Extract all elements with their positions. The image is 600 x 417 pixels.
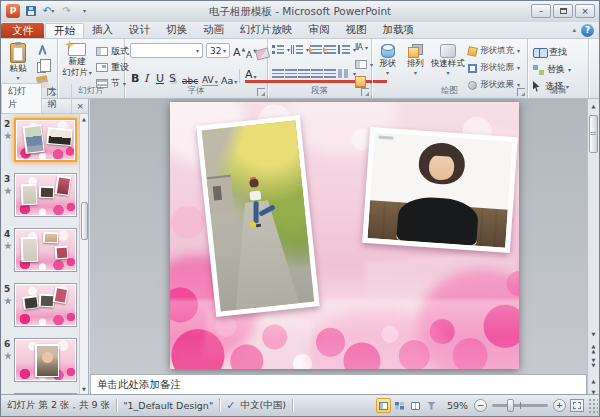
tab-insert[interactable]: 插入 (84, 22, 121, 38)
tab-slideshow[interactable]: 幻灯片放映 (232, 22, 301, 38)
slide-thumbnail-5[interactable]: 5 (1, 282, 79, 332)
tab-addins[interactable]: 加载项 (375, 22, 423, 38)
line-spacing-button[interactable]: ▾ (338, 45, 356, 54)
save-button[interactable] (23, 4, 38, 18)
arrange-button[interactable]: 排列▾ (402, 44, 429, 76)
paste-button[interactable]: 粘贴 ▾ (5, 43, 31, 81)
tab-review[interactable]: 审阅 (301, 22, 338, 38)
tab-design[interactable]: 设计 (121, 22, 158, 38)
slide-sorter-button[interactable] (392, 398, 407, 413)
slide-thumbnail-6[interactable]: 6 (1, 337, 79, 387)
tab-transitions[interactable]: 切换 (158, 22, 195, 38)
group-label-paragraph: 段落 (268, 85, 371, 97)
align-left-button[interactable] (272, 69, 284, 78)
zoom-slider-thumb[interactable] (507, 399, 514, 412)
distribute-button[interactable] (324, 69, 336, 78)
tab-home[interactable]: 开始 (45, 23, 84, 38)
language-indicator[interactable]: 中文(中国) (240, 399, 285, 412)
slideshow-button[interactable] (424, 398, 439, 413)
scroll-up-icon[interactable]: ▲ (589, 101, 598, 112)
animation-star-icon[interactable] (4, 352, 12, 360)
animation-star-icon[interactable] (4, 242, 12, 250)
dialog-launcher-icon[interactable] (257, 88, 265, 96)
reading-view-button[interactable] (408, 398, 423, 413)
help-button[interactable]: ? (581, 24, 594, 37)
tab-slides-thumbnails[interactable]: 幻灯片 (1, 83, 42, 113)
slide-thumbnail-4[interactable]: 4 (1, 227, 79, 277)
photo-right[interactable] (362, 127, 518, 253)
zoom-in-button[interactable]: + (553, 399, 566, 412)
character-spacing-button[interactable]: AV▾ (202, 71, 218, 86)
zoom-out-button[interactable]: − (474, 399, 487, 412)
normal-view-button[interactable] (376, 398, 391, 413)
undo-button[interactable]: ↶▾ (41, 4, 56, 18)
scroll-down-icon[interactable]: ▼ (589, 329, 598, 340)
copy-icon[interactable] (37, 62, 46, 73)
animation-star-icon[interactable] (4, 297, 12, 305)
group-font: ▾ 32▾ A▲ A▼ B I U S abc AV▾ Aa▾ A▾ 字体 (125, 39, 268, 98)
slide-thumbnail-2[interactable]: 2 (1, 117, 79, 167)
notes-area[interactable]: 单击此处添加备注 (90, 374, 587, 395)
photo-left[interactable] (196, 115, 319, 317)
tab-outline[interactable]: 大纲 (42, 84, 73, 113)
shapes-button[interactable]: 形状▾ (374, 44, 401, 76)
quick-styles-button[interactable]: 快速样式▾ (430, 44, 466, 76)
numbering-button[interactable]: ▾ (291, 45, 309, 54)
notes-scroll-up-icon[interactable]: ▲ (589, 376, 598, 387)
slide-canvas[interactable] (170, 102, 519, 369)
tab-animations[interactable]: 动画 (195, 22, 232, 38)
collapse-ribbon-icon[interactable]: ▴ (572, 26, 576, 34)
shape-outline-button[interactable]: 形状轮廓▾ (468, 62, 520, 74)
align-center-button[interactable] (285, 69, 297, 78)
justify-button[interactable] (311, 69, 323, 78)
decrease-indent-button[interactable] (310, 45, 322, 54)
animation-star-icon[interactable] (4, 132, 12, 140)
slide-thumbnail-3[interactable]: 3 (1, 172, 79, 222)
align-right-button[interactable] (298, 69, 310, 78)
cut-icon[interactable] (37, 45, 48, 57)
strikethrough-button[interactable]: abc (182, 71, 198, 86)
italic-button[interactable]: I (144, 69, 148, 84)
shapes-icon (381, 44, 395, 58)
scroll-up-icon[interactable]: ▲ (80, 114, 88, 124)
panel-scrollbar-thumb[interactable] (81, 202, 88, 240)
columns-button[interactable]: ▾ (338, 69, 356, 78)
new-slide-button[interactable]: 新建 幻灯片▾ (61, 43, 93, 78)
minimize-button[interactable]: – (531, 4, 551, 18)
scrollbar-thumb[interactable] (589, 115, 598, 153)
text-direction-button[interactable]: llA▾ (355, 43, 368, 52)
close-pane-icon[interactable]: × (72, 101, 88, 113)
previous-slide-button[interactable]: ▲▲ (589, 343, 598, 354)
fit-to-window-button[interactable] (570, 399, 584, 412)
font-size-combo[interactable]: 32▾ (206, 43, 230, 58)
scroll-down-icon[interactable]: ▼ (80, 384, 88, 394)
font-name-combo[interactable]: ▾ (130, 43, 203, 58)
spellcheck-icon[interactable]: ✓ (226, 399, 235, 412)
redo-button[interactable]: ↷ (59, 4, 74, 18)
text-shadow-button[interactable]: S (169, 69, 176, 84)
app-icon[interactable]: P (6, 4, 20, 18)
slide-sorter-icon (395, 402, 404, 410)
resize-grip[interactable] (588, 398, 598, 414)
increase-indent-button[interactable] (324, 45, 336, 54)
vertical-scrollbar[interactable]: ▲ ▼ ▲▲ ▼▼ ▲ ▼ (587, 99, 599, 394)
close-button[interactable]: × (575, 4, 595, 18)
bullets-button[interactable]: ▾ (272, 45, 290, 54)
maximize-button[interactable] (553, 4, 573, 18)
shape-fill-button[interactable]: 形状填充▾ (468, 45, 520, 57)
find-button[interactable]: 查找 (533, 46, 567, 59)
next-slide-button[interactable]: ▼▼ (589, 357, 598, 368)
animation-star-icon[interactable] (4, 187, 12, 195)
bold-button[interactable]: B (131, 69, 139, 84)
zoom-slider[interactable] (492, 404, 548, 407)
replace-button[interactable]: 替换▾ (533, 63, 571, 76)
tab-view[interactable]: 视图 (338, 22, 375, 38)
change-case-button[interactable]: Aa▾ (221, 70, 237, 85)
align-text-button[interactable]: ▾ (355, 60, 373, 69)
dialog-launcher-icon[interactable] (361, 88, 369, 96)
tab-file[interactable]: 文件 (1, 23, 44, 38)
grow-font-button[interactable]: A▲ (233, 43, 245, 58)
dialog-launcher-icon[interactable] (517, 88, 525, 96)
underline-button[interactable]: U (156, 69, 164, 84)
panel-scrollbar[interactable]: ▲ ▼ (79, 114, 88, 394)
